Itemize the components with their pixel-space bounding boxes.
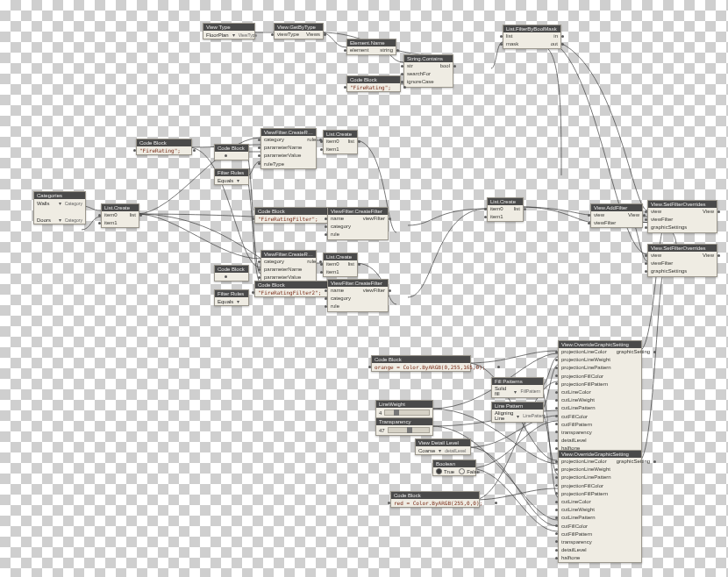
input-port[interactable]: detailLevel <box>559 546 614 554</box>
output-port[interactable] <box>485 499 494 507</box>
node-view-detail-level[interactable]: View Detail Level Coarse▾detailLevel <box>415 438 471 455</box>
input-port[interactable]: cutFillPattern <box>559 421 614 429</box>
output-port[interactable]: rule <box>304 136 318 144</box>
input-port[interactable]: parameterName <box>261 266 304 274</box>
node-code-block-search[interactable]: Code Block "FireRating"; <box>346 75 401 92</box>
input-port[interactable]: cutLineWeight <box>559 506 614 514</box>
node-code-block-val1[interactable]: Code Block <box>214 144 249 160</box>
output-port[interactable] <box>394 83 403 91</box>
input-port[interactable]: item0 <box>102 211 127 219</box>
input-port[interactable]: item0 <box>488 205 511 213</box>
dropdown-value[interactable]: Doors <box>37 217 55 223</box>
input-port[interactable]: item0 <box>324 138 346 146</box>
output-port[interactable]: viewFilter <box>360 287 388 295</box>
output-port[interactable]: graphicSetting <box>614 348 653 356</box>
input-port[interactable]: ignoreCase <box>404 78 438 86</box>
dropdown-value[interactable]: Equals <box>218 178 233 183</box>
output-port[interactable]: View <box>700 252 717 260</box>
node-line-pattern[interactable]: Line Pattern Aligning Line▾LinePattern <box>491 402 544 423</box>
node-list-create-filters[interactable]: List.Create item0 item1 list <box>487 197 524 222</box>
node-list-create-2[interactable]: List.Create item0 item1 list <box>323 253 358 277</box>
input-port[interactable]: view <box>591 211 625 219</box>
node-view-type[interactable]: View Type FloorPlan▾ViewType <box>203 23 255 39</box>
node-viewfilter-createfilter-1[interactable]: ViewFilter.CreateFilter name category ru… <box>327 207 389 240</box>
input-port[interactable]: cutFillColor <box>559 413 614 421</box>
input-port[interactable]: str <box>404 62 438 70</box>
node-code-block-red[interactable]: Code Block red = Color.ByARGB(255,0,0); <box>390 491 480 508</box>
node-view-setfilteroverrides-2[interactable]: View.SetFilterOverrides view viewFilter … <box>647 244 717 277</box>
input-port[interactable]: parameterName <box>261 144 304 152</box>
node-viewfilter-createfilter-2[interactable]: ViewFilter.CreateFilter name category ru… <box>327 279 389 312</box>
node-transparency[interactable]: Transparency 47 <box>375 417 433 436</box>
output-port[interactable]: list <box>346 138 357 146</box>
node-fill-patterns[interactable]: Fill Patterns Solid fill▾FillPattern <box>491 377 544 398</box>
input-port[interactable]: projectionLinePattern <box>559 364 614 372</box>
input-port[interactable]: projectionLineWeight <box>559 466 614 474</box>
dropdown-value[interactable]: Coarse <box>418 448 435 453</box>
input-port[interactable]: view <box>648 252 700 260</box>
node-list-filterbyboolmask[interactable]: List.FilterByBoolMask list mask in out <box>503 25 561 49</box>
node-view-overridegraphicsetting-2[interactable]: View.OverrideGraphicSetting projectionLi… <box>558 450 642 563</box>
input-port[interactable]: cutLineWeight <box>559 396 614 404</box>
input-port[interactable]: projectionFillPattern <box>559 490 614 498</box>
output-port[interactable]: viewFilter <box>360 215 388 223</box>
input-port[interactable]: cutLineColor <box>559 498 614 506</box>
input-port[interactable]: projectionLineColor <box>559 458 614 466</box>
input-port[interactable]: viewType <box>275 31 303 39</box>
code-text[interactable]: red = Color.ByARGB(255,0,0); <box>391 499 485 507</box>
input-port[interactable]: category <box>328 223 360 231</box>
input-port[interactable]: viewFilter <box>648 260 700 267</box>
output-port[interactable]: list <box>346 260 357 268</box>
code-text[interactable]: "FireRatingFilter"; <box>255 215 321 223</box>
input-port[interactable]: viewFilter <box>648 216 700 224</box>
output-port[interactable]: rule <box>304 258 318 266</box>
output-port[interactable] <box>215 152 224 160</box>
input-port[interactable]: graphicSettings <box>648 267 700 275</box>
output-port[interactable]: View <box>700 208 717 216</box>
node-view-setfilteroverrides-1[interactable]: View.SetFilterOverrides view viewFilter … <box>647 200 717 233</box>
input-port[interactable]: cutLinePattern <box>559 404 614 412</box>
output-port[interactable]: string <box>377 46 396 54</box>
code-text[interactable]: orange = Color.ByARGB(0,255,165,0); <box>372 363 488 371</box>
input-port[interactable]: transparency <box>559 538 614 546</box>
node-code-block-val2[interactable]: Code Block <box>214 265 249 281</box>
input-port[interactable]: item1 <box>324 146 346 153</box>
input-port[interactable]: element <box>347 46 377 54</box>
slider-thumb[interactable] <box>394 410 399 416</box>
node-list-create-1[interactable]: List.Create item0 item1 list <box>323 130 358 154</box>
input-port[interactable]: rule <box>328 303 360 310</box>
node-list-create-cat[interactable]: List.Create item0 item1 list <box>101 203 139 228</box>
output-port[interactable] <box>488 363 496 371</box>
input-port[interactable]: category <box>261 258 304 266</box>
code-text[interactable]: "FireRating"; <box>347 83 394 91</box>
output-port[interactable]: list <box>127 211 139 219</box>
input-port[interactable]: halftone <box>559 554 614 562</box>
input-port[interactable]: name <box>328 215 360 223</box>
input-port[interactable]: parameterValue <box>261 152 304 160</box>
input-port[interactable]: graphicSettings <box>648 224 700 232</box>
node-view-overridegraphicsetting-1[interactable]: View.OverrideGraphicSetting projectionLi… <box>558 340 642 453</box>
radio-false[interactable]: False <box>459 468 480 474</box>
input-port[interactable]: transparency <box>559 429 614 437</box>
input-port[interactable]: searchFor <box>404 70 438 78</box>
node-element-name[interactable]: Element.Name element string <box>346 39 396 55</box>
input-port[interactable]: mask <box>503 40 548 48</box>
node-code-block-filtername2[interactable]: Code Block "FireRatingFilter2"; <box>254 281 328 297</box>
dropdown-value[interactable]: Solid fill <box>495 386 510 396</box>
dropdown-value[interactable]: FloorPlan <box>206 32 229 38</box>
output-port[interactable]: in <box>551 32 560 40</box>
output-port[interactable]: bool <box>438 62 453 70</box>
radio-true[interactable]: True <box>436 468 454 474</box>
node-viewfilter-createrule-1[interactable]: ViewFilter.CreateRule category parameter… <box>261 128 317 169</box>
node-view-getbytype[interactable]: View.GetByType viewType Views <box>274 23 324 39</box>
output-port[interactable]: graphicSetting <box>614 458 653 466</box>
code-text[interactable]: "FireRatingFilter2"; <box>255 288 324 296</box>
node-filter-rules-1[interactable]: Filter Rules Equals▾ <box>214 168 249 185</box>
dropdown-value[interactable]: Aligning Line <box>495 410 513 421</box>
slider-track[interactable] <box>384 410 430 416</box>
slider-track[interactable] <box>388 427 430 433</box>
output-port[interactable]: list <box>511 205 523 213</box>
input-port[interactable]: list <box>503 32 548 40</box>
output-port[interactable] <box>183 146 192 154</box>
node-code-block-filtername1[interactable]: Code Block "FireRatingFilter"; <box>254 207 328 224</box>
